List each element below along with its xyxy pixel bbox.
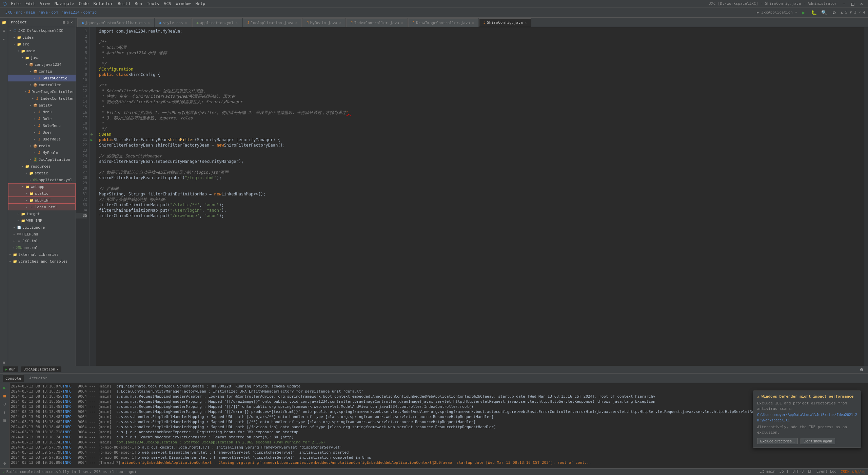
breadcrumb-src[interactable]: src — [16, 10, 23, 15]
console-run-icon[interactable]: ▶ — [1, 384, 8, 391]
tree-item-config[interactable]: ▾ 📦 config — [8, 68, 76, 75]
breadcrumb-jxc[interactable]: JXC — [5, 10, 12, 15]
tree-item-external-libs[interactable]: ▸ 📁 External Libraries — [8, 251, 76, 258]
actuator-tab[interactable]: Actuator — [26, 375, 50, 382]
dont-show-button[interactable]: Don't show again — [801, 438, 835, 444]
tab-close-icon[interactable]: × — [236, 21, 238, 25]
tree-item-controller[interactable]: ▾ 📦 controller — [8, 81, 76, 88]
favorites-icon[interactable]: ★ — [1, 35, 7, 42]
run-settings-icon[interactable]: ⚙ — [858, 366, 865, 373]
settings-button[interactable]: ⚙ — [830, 9, 838, 16]
tree-item-application-yml[interactable]: ▸ YML application.yml — [8, 176, 76, 183]
maximize-button[interactable]: □ — [849, 0, 856, 7]
menu-refactor[interactable]: Refactor — [91, 1, 115, 7]
gutter-20[interactable]: ☘ — [90, 132, 94, 137]
tree-item-target[interactable]: ▸ 📁 target — [8, 210, 76, 217]
breadcrumb-main[interactable]: main — [26, 10, 35, 15]
settings-icon[interactable]: ⚙ — [67, 20, 69, 25]
menu-file[interactable]: File — [9, 1, 23, 7]
tree-item-static2[interactable]: ▸ 📁 static — [8, 190, 76, 197]
run-tab-jxcapp[interactable]: JxcApplication × — [21, 366, 61, 372]
console-clear-icon[interactable]: 🗑 — [1, 417, 8, 424]
tab-jxcapplication[interactable]: J JxcApplication.java × — [243, 18, 302, 27]
menu-code[interactable]: Code — [77, 1, 91, 7]
console-scroll-end-icon[interactable]: ↓ — [1, 409, 8, 416]
tree-item-login-html[interactable]: ▸ H login.html — [8, 204, 76, 210]
tab-style-css[interactable]: ● style.css × — [155, 18, 192, 27]
tree-item-main[interactable]: ▾ 📁 main — [8, 48, 76, 54]
breadcrumb-com[interactable]: com — [51, 10, 58, 15]
tab-close-icon[interactable]: × — [148, 21, 150, 25]
run-tab-run[interactable]: ▶ Run — [3, 366, 18, 372]
tab-myrealm[interactable]: J MyRealm.java × — [302, 18, 346, 27]
tree-item-jxc-root[interactable]: ▾ ⬡ JXC D:\workspace\JXC — [8, 27, 76, 34]
run-close-icon[interactable]: × — [57, 367, 59, 371]
tree-item-src[interactable]: ▾ 📁 src — [8, 41, 76, 48]
project-tool-icon[interactable]: 📁 — [1, 19, 7, 26]
tree-item-user[interactable]: ▸ J User — [8, 129, 76, 136]
tree-item-web-inf2[interactable]: ▸ 📁 WEB-INF — [8, 217, 76, 224]
tab-close-icon[interactable]: × — [472, 21, 474, 25]
tree-item-static[interactable]: ▾ 📁 static — [8, 170, 76, 176]
line-sep-indicator[interactable]: LF — [808, 469, 812, 474]
tree-item-resources[interactable]: ▾ 📁 resources — [8, 163, 76, 170]
menu-run[interactable]: Run — [133, 1, 144, 7]
tree-item-drawimagecontroller[interactable]: ▸ J DrawImageController — [8, 88, 76, 95]
close-button[interactable]: × — [858, 0, 865, 7]
tab-shiroconfig[interactable]: J ShiroConfig.java × — [479, 18, 531, 27]
code-editor[interactable]: import com.java1234.realm.MyRealm; /** *… — [96, 27, 864, 366]
breadcrumb-java1234[interactable]: java1234 — [62, 10, 80, 15]
tab-close-icon[interactable]: × — [295, 21, 297, 25]
gutter-21[interactable]: ▶ — [90, 137, 94, 142]
tree-item-scratches[interactable]: ▸ 📁 Scratches and Consoles — [8, 258, 76, 265]
collapse-all-icon[interactable]: ⊟ — [63, 20, 65, 25]
tree-item-web-inf[interactable]: ▸ 📁 WEB-INF — [8, 197, 76, 204]
terminal-icon[interactable]: ⊞ — [1, 359, 7, 366]
menu-window[interactable]: Window — [174, 1, 193, 7]
git-branch[interactable]: ⎇ main — [760, 469, 775, 474]
tab-drawimagecontroller[interactable]: J DrawImageController.java × — [408, 18, 478, 27]
tree-item-shiroconfig[interactable]: ▸ J ShiroConfig — [8, 75, 76, 81]
tree-item-jxcxml[interactable]: ▸ ◇ JXC.iml — [8, 238, 76, 244]
tree-item-pomxml[interactable]: ▸ XML pom.xml — [8, 244, 76, 251]
tab-scrollbar-css[interactable]: ● jquery.mCustomScrollbar.css × — [77, 18, 154, 27]
close-panel-icon[interactable]: × — [71, 20, 73, 25]
menu-navigate[interactable]: Navigate — [53, 1, 76, 7]
tree-item-idea[interactable]: ▸ 📁 .idea — [8, 34, 76, 41]
event-log[interactable]: Event Log — [816, 469, 837, 474]
tab-close-icon[interactable]: × — [185, 21, 187, 25]
tree-item-myrealm[interactable]: ▸ J MyRealm — [8, 149, 76, 156]
encoding-indicator[interactable]: UTF-8 — [792, 469, 804, 474]
exclude-dirs-button[interactable]: Exclude directories... — [757, 438, 798, 444]
menu-help[interactable]: Help — [193, 1, 207, 7]
breadcrumb-config[interactable]: config — [83, 10, 97, 15]
menu-build[interactable]: Build — [116, 1, 132, 7]
tree-item-jxcapplication[interactable]: ▸ J JxcApplication — [8, 156, 76, 163]
tree-item-java[interactable]: ▾ 📁 java — [8, 54, 76, 61]
tree-item-helpmd[interactable]: ▸ MD HELP.md — [8, 231, 76, 238]
structure-icon[interactable]: ≡ — [1, 27, 7, 34]
tab-close-icon[interactable]: × — [525, 21, 527, 24]
menu-tools[interactable]: Tools — [145, 1, 161, 7]
breadcrumb-java[interactable]: java — [39, 10, 48, 15]
run-button[interactable]: ▶ — [800, 9, 807, 16]
tree-item-menu[interactable]: ▸ J Menu — [8, 109, 76, 115]
menu-vcs[interactable]: VCS — [162, 1, 173, 7]
console-settings-icon[interactable]: ⚙ — [1, 460, 8, 467]
menu-edit[interactable]: Edit — [23, 1, 37, 7]
tree-item-indexcontroller[interactable]: ▸ J IndexController — [8, 95, 76, 102]
tree-item-entity[interactable]: ▾ 📦 entity — [8, 102, 76, 109]
search-button[interactable]: 🔍 — [820, 9, 828, 16]
minimize-button[interactable]: − — [840, 0, 848, 7]
tab-close-icon[interactable]: × — [401, 21, 403, 25]
tree-item-role[interactable]: ▸ J Role — [8, 115, 76, 122]
console-tab[interactable]: Console — [3, 375, 24, 382]
tree-item-com-java1234[interactable]: ▾ 📦 com.java1234 — [8, 61, 76, 68]
tab-indexcontroller[interactable]: J IndexController.java × — [346, 18, 408, 27]
console-stop-icon[interactable]: ■ — [1, 393, 8, 399]
console-rerun-icon[interactable]: ↺ — [1, 401, 8, 407]
tree-item-userrole[interactable]: ▸ J UserRole — [8, 136, 76, 142]
menu-view[interactable]: View — [38, 1, 52, 7]
tab-application-yml[interactable]: ● application.yml × — [192, 18, 242, 27]
tree-item-rolemenu[interactable]: ▸ J RoleMenu — [8, 122, 76, 129]
